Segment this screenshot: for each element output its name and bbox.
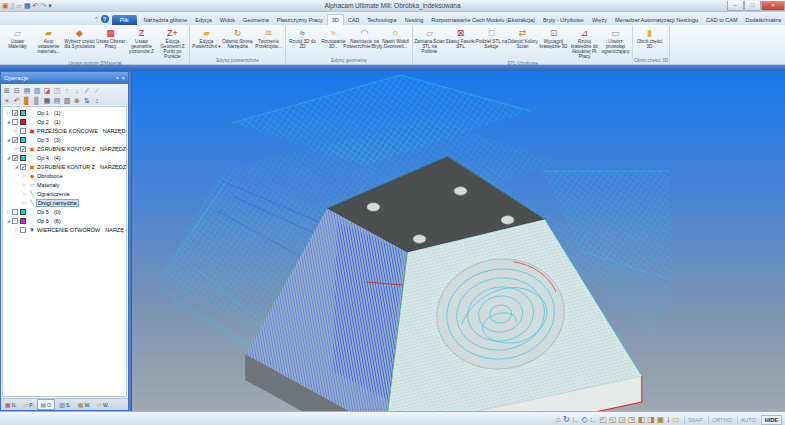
tree-row[interactable]: ▷ Op 1 (1): [3, 108, 126, 117]
status-toggle[interactable]: AUTO: [737, 416, 759, 424]
ribbon-button[interactable]: ▭ Utwórz prostokąt ograniczający: [600, 26, 631, 60]
tree-checkbox[interactable]: [12, 119, 18, 125]
ribbon-tab[interactable]: Geometria: [239, 15, 273, 25]
ribbon-button[interactable]: ⇄ Odwróć Kolory Ścian: [507, 26, 538, 60]
tree-checkbox[interactable]: [20, 146, 26, 152]
view-right-icon[interactable]: ◧: [638, 415, 646, 425]
tree-expander-icon[interactable]: ▷: [5, 110, 12, 115]
collapse-all-icon[interactable]: ⊟: [13, 86, 21, 95]
tree-row[interactable]: ▷ ╲ Ograniczenia: [3, 189, 126, 198]
tree-item-label[interactable]: WIERCENIE OTWORÓW: [36, 227, 101, 233]
ribbon-button[interactable]: Z Ustaw geometrie poziomów Z: [126, 26, 157, 60]
ribbon-tab[interactable]: Plik: [112, 15, 137, 25]
panel-tab-n[interactable]: ▦ N.: [2, 399, 20, 410]
tree-expander-icon[interactable]: ▷: [21, 173, 28, 178]
panel-tab-s[interactable]: ▥ S.: [56, 399, 73, 410]
tree-item-label[interactable]: Obrobione: [36, 173, 64, 179]
tree-item-label[interactable]: ZGRUBNIE KONTUR Z: [36, 146, 96, 152]
ribbon-tab[interactable]: Menadżer Automatyzacji Nestingu: [611, 15, 702, 25]
tree-row[interactable]: ▷ ▣ PRZEJŚCIE KOŃCOWE NARZĘDZ: [3, 126, 126, 135]
ribbon-tab[interactable]: Płaszczyzny Pracy: [273, 15, 327, 25]
simulate-icon[interactable]: ◪: [43, 86, 51, 95]
tree-expander-icon[interactable]: ◢: [13, 164, 20, 169]
ribbon-tab[interactable]: Nesting: [401, 15, 428, 25]
ribbon-button[interactable]: ◆ Wybierz części dla Symulatora: [64, 26, 95, 60]
move-up-icon[interactable]: ↑: [63, 86, 71, 95]
tree-row[interactable]: ▷ ◆ Obrobione: [3, 171, 126, 180]
tree-expander-icon[interactable]: ▷: [21, 191, 28, 196]
help-icon[interactable]: ?: [101, 15, 109, 23]
ribbon-button[interactable]: ↻ Odwróć Stronę Narzędzia: [222, 26, 253, 57]
ribbon-tab[interactable]: Bryły - Użytkowe: [539, 15, 588, 25]
ribbon-tab[interactable]: 3D: [327, 14, 344, 25]
ribbon-button[interactable]: ▦ Ustaw Obszar Pracy: [95, 26, 126, 60]
ribbon-button[interactable]: ⊿ Rzutuj krawędzie do Aktualnej Pł. Prac…: [569, 26, 600, 60]
view-front-icon[interactable]: ◱: [609, 415, 617, 425]
panel-tab-w2[interactable]: ▱ W.: [94, 399, 111, 410]
ribbon-tab[interactable]: Edycja: [191, 15, 216, 25]
maximize-button[interactable]: □: [744, 1, 761, 11]
calculator-icon[interactable]: ▦: [43, 96, 51, 105]
view-top-icon[interactable]: ◨: [647, 415, 655, 425]
panel-tab-operations[interactable]: ▤ O.: [37, 399, 55, 410]
delete-op-icon[interactable]: ×: [3, 96, 11, 105]
tree-row[interactable]: ◢ Op 2 (1): [3, 117, 126, 126]
paste-op-icon[interactable]: ▥: [33, 86, 41, 95]
ribbon-button[interactable]: Z+ Edycja Geometrii Z Punkt po Punkcie: [157, 26, 188, 60]
tree-item-label[interactable]: Drogi narzędzia: [36, 199, 79, 207]
tree-expander-icon[interactable]: ◢: [5, 137, 12, 142]
ribbon-tab[interactable]: Widok: [216, 15, 239, 25]
panel-close-icon[interactable]: ×: [121, 75, 125, 81]
tree-checkbox[interactable]: [20, 164, 26, 170]
tree-expander-icon[interactable]: ◢: [5, 155, 12, 160]
tree-row[interactable]: ◢ ▣ ZGRUBNIE KONTUR Z NARZĘDZI: [3, 162, 126, 171]
status-toggle[interactable]: ORTHO: [708, 416, 735, 424]
tree-row[interactable]: ◢ Op 4 (4): [3, 153, 126, 162]
ribbon-button[interactable]: ◠ Nawinięcie na Powierzchnie/Bryły...: [349, 26, 380, 57]
axis-z-icon[interactable]: ∟: [590, 415, 598, 425]
tree-expander-icon[interactable]: ▷: [13, 227, 20, 232]
tree-item-label[interactable]: Op 6: [36, 218, 50, 224]
ribbon-button[interactable]: ▱ Zamiana Ścian STL na Polilinie: [414, 26, 445, 60]
workplane-icon[interactable]: ▭: [672, 415, 680, 425]
tree-item-label[interactable]: Op 3: [36, 137, 50, 143]
collapse-ribbon-icon[interactable]: ^: [95, 16, 98, 22]
lock-icon[interactable]: ▊: [23, 96, 31, 105]
panel-tab-p[interactable]: ▱ P.: [21, 399, 37, 410]
axis-origin-icon[interactable]: ∟: [572, 415, 580, 425]
tree-item-label[interactable]: Op 1: [36, 110, 50, 116]
tree-expander-icon[interactable]: ◢: [5, 119, 12, 124]
ribbon-tab[interactable]: CAD: [344, 15, 364, 25]
tree-row[interactable]: ▷ ╲ Drogi narzędzia: [3, 198, 126, 207]
undo-op-icon[interactable]: ↶: [13, 96, 21, 105]
ribbon-tab[interactable]: Narzędzia główne: [140, 15, 192, 25]
ribbon-button[interactable]: ⊡ Wyciągnij krawędzie 3D: [538, 26, 569, 60]
tree-row[interactable]: ◢ Op 6 (6): [3, 216, 126, 225]
tree-row[interactable]: ▷ ▣ ZGRUBNIE KONTUR Z NARZĘDZI: [3, 144, 126, 153]
tree-checkbox[interactable]: [12, 209, 18, 215]
machine-icon[interactable]: ◫: [53, 86, 61, 95]
tree-expander-icon[interactable]: ▷: [13, 146, 20, 151]
expand-all-icon[interactable]: ⊞: [3, 86, 11, 95]
z-down-icon[interactable]: ↓: [666, 415, 670, 425]
pin-icon[interactable]: ▪: [116, 75, 118, 81]
move-down-icon[interactable]: ↓: [73, 86, 81, 95]
ribbon-button[interactable]: ≋ Tworzenie Przekrojów...: [253, 26, 284, 57]
tree-checkbox[interactable]: [12, 110, 18, 116]
ribbon-tab[interactable]: Więzy: [588, 15, 611, 25]
ribbon-tab[interactable]: Rozpoznawanie Cech Modelu (Ekstrakcja): [427, 15, 539, 25]
ribbon-button[interactable]: ≈ Rzutuj 3D do 2D: [287, 26, 318, 57]
close-button[interactable]: ×: [761, 1, 785, 11]
tree-expander-icon[interactable]: ▷: [21, 182, 28, 187]
ribbon-button[interactable]: ○ Nawiń Wokół Geometrii...: [380, 26, 411, 57]
list-icon[interactable]: ▤: [53, 96, 61, 105]
ribbon-button[interactable]: ▱ Ustaw Materiały: [2, 26, 33, 60]
status-toggle[interactable]: SNAP: [684, 416, 706, 424]
tree-row[interactable]: ▷ ▼ WIERCENIE OTWORÓW NARZĘ: [3, 225, 126, 234]
ribbon-button[interactable]: ▮ Obrót części 3D: [634, 26, 665, 57]
minimize-button[interactable]: –: [727, 1, 744, 11]
view-iso-icon[interactable]: ◰: [599, 415, 607, 425]
ribbon-button[interactable]: ▰ Edycja Powierzchni ▾: [191, 26, 222, 57]
ribbon-button[interactable]: ▰ Auto ustawienie materiału...: [33, 26, 64, 60]
copy-op-icon[interactable]: ▤: [23, 86, 31, 95]
